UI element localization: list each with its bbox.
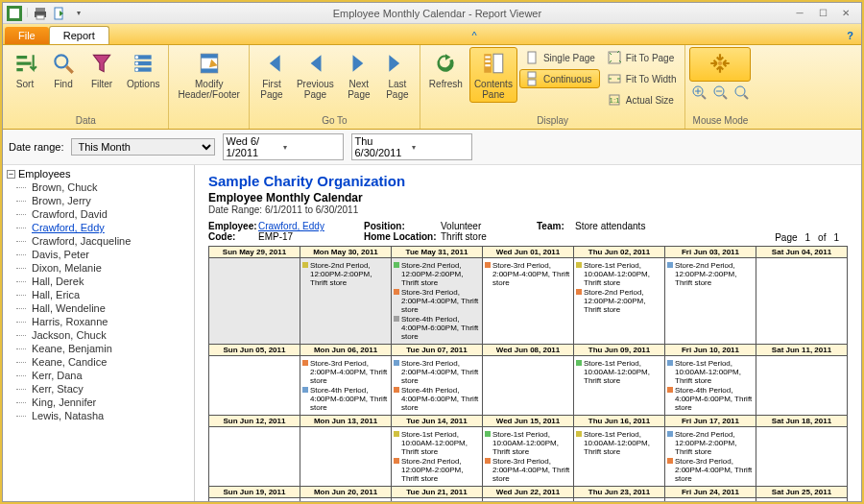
tree-item[interactable]: Hall, Erica (5, 288, 192, 301)
calendar-cell (665, 498, 756, 502)
employee-tree[interactable]: − Employees Brown, ChuckBrown, JerryCraw… (3, 165, 195, 501)
date-start-input[interactable]: Wed 6/ 1/2011▾ (223, 133, 344, 160)
sort-button[interactable]: Sort (7, 47, 43, 92)
tab-file[interactable]: File (5, 27, 49, 44)
calendar-cell (300, 427, 392, 487)
calendar-date-header: Wed Jun 22, 2011 (483, 487, 574, 498)
shift-entry: Store-3rd Period, 2:00PM-4:00PM, Thrift … (302, 359, 389, 385)
date-preset-select[interactable]: This Month (71, 138, 215, 156)
tree-root[interactable]: − Employees (5, 167, 192, 180)
tree-item[interactable]: Lewis, Natasha (5, 409, 192, 422)
tree-item[interactable]: Harris, Roxanne (5, 315, 192, 328)
calendar-cell: Store-2nd Period, 12:00PM-2:00PM, Thrift… (392, 258, 483, 345)
minimize-button[interactable]: ─ (790, 7, 809, 20)
maximize-button[interactable]: ☐ (813, 7, 832, 20)
contents-pane-button[interactable]: Contents Pane (469, 47, 517, 103)
shift-color-icon (302, 387, 308, 393)
first-page-button[interactable]: First Page (253, 47, 290, 103)
fit-to-page-button[interactable]: Fit To Page (602, 48, 682, 67)
chevron-down-icon: ▾ (283, 143, 341, 152)
calendar-cell (756, 258, 848, 345)
single-page-button[interactable]: Single Page (519, 48, 600, 67)
modify-header-footer-button[interactable]: Modify Header/Footer (173, 47, 244, 103)
tree-item[interactable]: Hall, Wendeline (5, 301, 192, 315)
options-button[interactable]: Options (122, 47, 164, 92)
filter-button[interactable]: Filter (84, 47, 120, 92)
tree-item[interactable]: Kerr, Dana (5, 369, 192, 382)
tree-item[interactable]: Hall, Derek (5, 275, 192, 288)
calendar-cell (392, 498, 483, 502)
calendar-cell (483, 356, 574, 416)
tree-item[interactable]: Kerr, Stacy (5, 382, 192, 396)
tree-item[interactable]: King, Jennifer (5, 396, 192, 409)
calendar-date-header: Sun Jun 12, 2011 (209, 416, 300, 427)
report-viewer[interactable]: Sample Charity Organization Employee Mon… (195, 165, 861, 501)
group-data: Data (7, 114, 164, 127)
calendar-date-header: Fri Jun 10, 2011 (665, 345, 756, 356)
export-icon[interactable] (52, 6, 67, 21)
svg-rect-21 (528, 52, 536, 63)
actual-size-button[interactable]: 1:1Actual Size (602, 90, 682, 109)
calendar-cell: Store-3rd Period, 2:00PM-4:00PM, Thrift … (483, 258, 574, 345)
calendar-date-header: Sat Jun 25, 2011 (756, 487, 848, 498)
zoom-dynamic-button[interactable] (732, 83, 751, 102)
shift-entry: Store-4th Period, 4:00PM-6:00PM, Thrift … (394, 386, 480, 412)
calendar-grid: Sun May 29, 2011Mon May 30, 2011Tue May … (208, 246, 848, 501)
tree-item[interactable]: Crawford, Eddy (5, 221, 192, 234)
tree-item[interactable]: Crawford, Jacqueline (5, 234, 192, 248)
tree-item[interactable]: Brown, Chuck (5, 180, 192, 194)
date-range-label: Date range: (9, 141, 63, 153)
help-icon[interactable]: ? (839, 27, 861, 44)
calendar-cell (209, 427, 300, 487)
continuous-button[interactable]: Continuous (519, 69, 600, 88)
shift-entry: Store-3rd Period, 2:00PM-4:00PM, Thrift … (485, 457, 571, 483)
shift-entry: Store-3rd Period, 2:00PM-4:00PM, Thrift … (394, 359, 480, 385)
shift-entry: Store-1st Period, 10:00AM-12:00PM, Thrif… (576, 359, 662, 385)
calendar-cell: Store-2nd Period, 12:00PM-2:00PM, Thrift… (300, 258, 392, 345)
tree-item[interactable]: Davis, Peter (5, 248, 192, 261)
next-page-button[interactable]: Next Page (341, 47, 377, 103)
tree-item[interactable]: Crawford, David (5, 207, 192, 221)
svg-point-10 (135, 56, 138, 59)
shift-color-icon (394, 387, 399, 393)
tree-item[interactable]: Keane, Candice (5, 355, 192, 369)
print-icon[interactable] (33, 6, 48, 21)
tree-item[interactable]: Brown, Jerry (5, 194, 192, 207)
zoom-in-button[interactable] (689, 83, 708, 102)
calendar-date-header: Thu Jun 09, 2011 (574, 345, 665, 356)
pan-mode-button[interactable] (689, 47, 751, 82)
employee-link[interactable]: Crawford, Eddy (258, 221, 364, 231)
qat-dropdown-icon[interactable]: ▾ (71, 6, 86, 21)
shift-color-icon (302, 360, 308, 366)
tree-item[interactable]: Keane, Benjamin (5, 342, 192, 355)
tree-item[interactable]: Dixon, Melanie (5, 261, 192, 275)
close-button[interactable]: ✕ (836, 7, 855, 20)
shift-color-icon (667, 458, 673, 464)
date-end-input[interactable]: Thu 6/30/2011▾ (351, 133, 472, 160)
calendar-date-header: Thu Jun 23, 2011 (574, 487, 665, 498)
calendar-date-header: Wed Jun 08, 2011 (483, 345, 574, 356)
previous-page-button[interactable]: Previous Page (292, 47, 339, 103)
calendar-date-header: Mon Jun 06, 2011 (300, 345, 392, 356)
refresh-button[interactable]: Refresh (424, 47, 468, 92)
tree-item[interactable]: Jackson, Chuck (5, 328, 192, 342)
calendar-cell (209, 356, 300, 416)
calendar-cell (756, 356, 848, 416)
shift-entry: Store-4th Period, 4:00PM-6:00PM, Thrift … (394, 315, 480, 341)
svg-rect-23 (528, 80, 536, 85)
find-button[interactable]: Find (45, 47, 82, 92)
zoom-out-button[interactable] (710, 83, 730, 102)
window-title: Employee Monthly Calendar - Report Viewe… (90, 8, 784, 19)
fit-to-width-button[interactable]: Fit To Width (602, 69, 682, 88)
last-page-button[interactable]: Last Page (379, 47, 416, 103)
collapse-icon[interactable]: − (7, 170, 15, 179)
calendar-cell: Store-2nd Period, 12:00PM-2:00PM, Thrift… (665, 427, 756, 487)
group-display: Display (424, 114, 682, 127)
ribbon-minimize-icon[interactable]: ^ (464, 27, 484, 44)
tab-report[interactable]: Report (49, 26, 109, 44)
calendar-date-header: Sun Jun 05, 2011 (209, 345, 300, 356)
shift-color-icon (667, 360, 673, 366)
svg-rect-15 (201, 68, 217, 72)
calendar-date-header: Fri Jun 24, 2011 (665, 487, 756, 498)
svg-point-11 (135, 61, 138, 64)
